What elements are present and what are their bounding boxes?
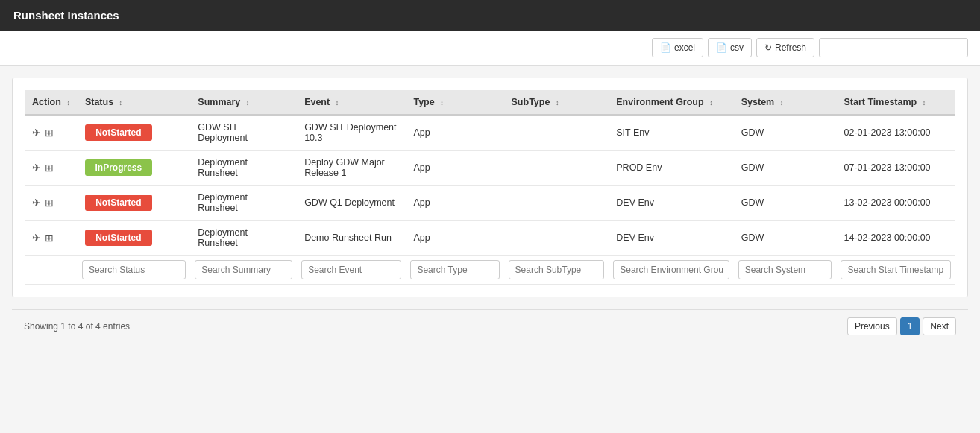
search-env-group-input[interactable] [613, 260, 729, 279]
search-event-cell [297, 256, 406, 285]
previous-button[interactable]: Previous [847, 317, 897, 335]
footer-bar: Showing 1 to 4 of 4 entries Previous 1 N… [12, 309, 968, 343]
search-subtype-input[interactable] [509, 260, 605, 279]
status-cell: NotStarted [78, 186, 190, 221]
type-cell: App [406, 151, 503, 186]
launch-icon[interactable]: ✈ [32, 232, 41, 244]
status-badge: InProgress [85, 159, 152, 176]
status-cell: InProgress [78, 151, 190, 186]
summary-cell: Deployment Runsheet [190, 221, 297, 256]
excel-icon: 📄 [660, 42, 671, 53]
status-cell: NotStarted [78, 221, 190, 256]
launch-icon[interactable]: ✈ [32, 127, 41, 139]
search-action-cell [25, 256, 78, 285]
status-cell: NotStarted [78, 115, 190, 151]
summary-cell: GDW SIT Deployment [190, 115, 297, 151]
col-summary: Summary ↕ [190, 90, 297, 115]
system-cell: GDW [734, 221, 837, 256]
event-cell: Demo Runsheet Run [297, 221, 406, 256]
timestamp-cell: 07-01-2023 13:00:00 [836, 151, 955, 186]
search-row [25, 256, 955, 285]
subtype-cell [504, 186, 609, 221]
search-status-cell [78, 256, 190, 285]
runsheet-table: Action ↕ Status ↕ Summary ↕ Event ↕ Type [25, 90, 955, 285]
env-group-cell: SIT Env [609, 115, 733, 151]
subtype-cell [504, 221, 609, 256]
csv-icon: 📄 [716, 42, 727, 53]
page-title: Runsheet Instances [13, 9, 119, 22]
summary-cell: Deployment Runsheet [190, 186, 297, 221]
sort-env-group-icon[interactable]: ↕ [709, 99, 713, 107]
sort-event-icon[interactable]: ↕ [336, 99, 339, 107]
status-badge: NotStarted [85, 195, 152, 211]
action-cell: ✈ ⊞ [25, 221, 78, 256]
system-cell: GDW [734, 186, 837, 221]
search-timestamp-input[interactable] [841, 260, 951, 279]
col-type: Type ↕ [406, 90, 503, 115]
status-badge: NotStarted [85, 230, 152, 246]
event-cell: GDW SIT Deployment 10.3 [297, 115, 406, 151]
env-group-cell: DEV Env [609, 186, 733, 221]
launch-icon[interactable]: ✈ [32, 197, 41, 209]
search-timestamp-cell [836, 256, 955, 285]
summary-cell: Deployment Runsheet [190, 151, 297, 186]
timestamp-cell: 14-02-2023 00:00:00 [836, 221, 955, 256]
search-system-input[interactable] [738, 260, 832, 279]
action-cell: ✈ ⊞ [25, 186, 78, 221]
sort-type-icon[interactable]: ↕ [440, 99, 444, 107]
subtype-cell [504, 115, 609, 151]
search-summary-input[interactable] [195, 260, 292, 279]
col-subtype: SubType ↕ [504, 90, 609, 115]
search-status-input[interactable] [82, 260, 186, 279]
table-row: ✈ ⊞ NotStarted GDW SIT Deployment GDW SI… [25, 115, 955, 151]
action-cell: ✈ ⊞ [25, 151, 78, 186]
table-row: ✈ ⊞ InProgress Deployment Runsheet Deplo… [25, 151, 955, 186]
sort-subtype-icon[interactable]: ↕ [556, 99, 559, 107]
search-type-cell [406, 256, 503, 285]
global-search-input[interactable] [819, 38, 968, 57]
sort-status-icon[interactable]: ↕ [119, 99, 123, 107]
page-header: Runsheet Instances [0, 0, 980, 31]
next-button[interactable]: Next [923, 317, 956, 335]
search-event-input[interactable] [301, 260, 401, 279]
env-group-cell: DEV Env [609, 221, 733, 256]
refresh-icon: ↻ [764, 42, 772, 53]
search-system-cell [734, 256, 837, 285]
col-status: Status ↕ [78, 90, 190, 115]
sort-action-icon[interactable]: ↕ [66, 99, 70, 107]
sort-summary-icon[interactable]: ↕ [246, 99, 250, 107]
showing-entries: Showing 1 to 4 of 4 entries [24, 321, 130, 332]
type-cell: App [406, 186, 503, 221]
grid-icon[interactable]: ⊞ [45, 127, 54, 139]
action-cell: ✈ ⊞ [25, 115, 78, 151]
event-cell: GDW Q1 Deployment [297, 186, 406, 221]
excel-button[interactable]: 📄 excel [652, 38, 703, 57]
page-1-button[interactable]: 1 [900, 317, 920, 335]
table-container: Action ↕ Status ↕ Summary ↕ Event ↕ Type [12, 78, 968, 297]
col-event: Event ↕ [297, 90, 406, 115]
grid-icon[interactable]: ⊞ [45, 197, 54, 209]
table-row: ✈ ⊞ NotStarted Deployment Runsheet GDW Q… [25, 186, 955, 221]
status-badge: NotStarted [85, 124, 152, 141]
subtype-cell [504, 151, 609, 186]
type-cell: App [406, 221, 503, 256]
search-subtype-cell [504, 256, 609, 285]
sort-timestamp-icon[interactable]: ↕ [923, 99, 926, 107]
toolbar: 📄 excel 📄 csv ↻ Refresh [0, 31, 980, 66]
system-cell: GDW [734, 115, 837, 151]
refresh-button[interactable]: ↻ Refresh [756, 38, 814, 57]
type-cell: App [406, 115, 503, 151]
col-start-timestamp: Start Timestamp ↕ [836, 90, 955, 115]
grid-icon[interactable]: ⊞ [45, 162, 54, 174]
search-type-input[interactable] [410, 260, 499, 279]
search-summary-cell [190, 256, 297, 285]
event-cell: Deploy GDW Major Release 1 [297, 151, 406, 186]
launch-icon[interactable]: ✈ [32, 162, 41, 174]
pagination: Previous 1 Next [847, 317, 956, 335]
sort-system-icon[interactable]: ↕ [780, 99, 784, 107]
csv-button[interactable]: 📄 csv [708, 38, 752, 57]
table-header-row: Action ↕ Status ↕ Summary ↕ Event ↕ Type [25, 90, 955, 115]
col-env-group: Environment Group ↕ [609, 90, 733, 115]
grid-icon[interactable]: ⊞ [45, 232, 54, 244]
col-system: System ↕ [734, 90, 837, 115]
